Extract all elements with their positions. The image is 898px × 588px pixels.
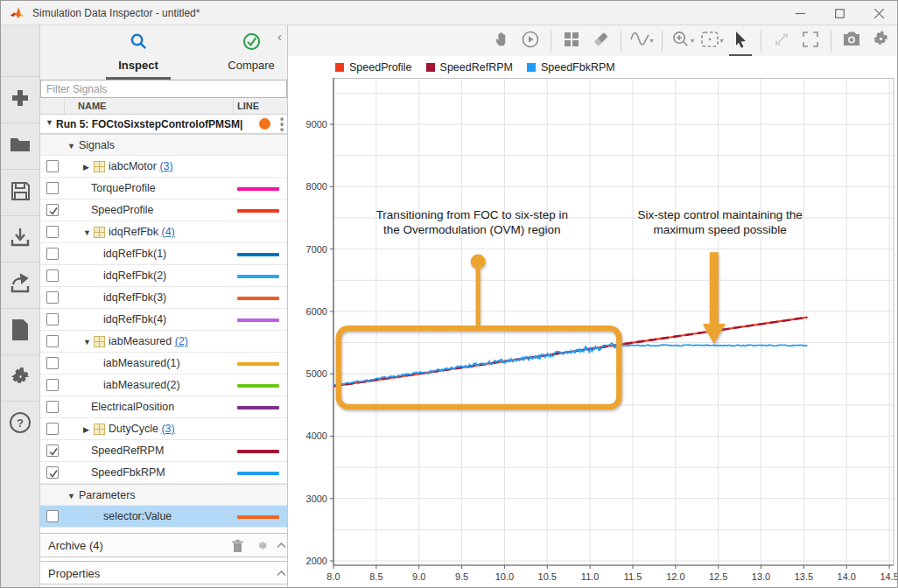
signal-count-link[interactable]: (2) <box>175 335 188 347</box>
signal-checkbox[interactable] <box>46 291 59 304</box>
subplot-layout-button[interactable] <box>560 30 583 52</box>
line-style-swatch[interactable] <box>237 297 279 300</box>
replay-button[interactable] <box>519 30 542 52</box>
zoom-region-button[interactable]: ▾ <box>700 30 723 52</box>
signal-row-idqreffbk[interactable]: ▼idqRefFbk (4) <box>40 221 287 243</box>
run-row[interactable]: ▼ Run 5: FOCtoSixstepControlofPMSM| ••• <box>40 115 287 134</box>
snapshot-camera-button[interactable] <box>840 30 863 52</box>
preferences-button[interactable] <box>1 354 39 401</box>
save-button[interactable] <box>1 169 39 215</box>
line-style-swatch[interactable] <box>237 384 279 388</box>
collapse-properties-icon[interactable] <box>277 570 286 577</box>
fullscreen-button[interactable] <box>799 30 822 52</box>
signal-checkbox[interactable] <box>46 466 59 479</box>
line-style-swatch[interactable] <box>237 515 279 519</box>
line-style-swatch[interactable] <box>237 362 279 366</box>
signal-checkbox[interactable] <box>46 270 59 282</box>
collapse-archive-icon[interactable] <box>277 542 286 549</box>
open-folder-button[interactable] <box>1 122 39 169</box>
archive-settings-gear-icon[interactable] <box>256 539 269 552</box>
signal-row-iabmeasured-2-[interactable]: iabMeasured(2) <box>40 374 287 396</box>
line-style-swatch[interactable] <box>237 406 279 410</box>
expand-collapse-icon[interactable]: ▼ <box>83 338 91 346</box>
signal-checkbox[interactable] <box>46 182 59 194</box>
line-style-swatch[interactable] <box>237 472 279 475</box>
maximize-button[interactable] <box>820 1 859 25</box>
add-button[interactable] <box>1 76 39 122</box>
signal-checkbox[interactable] <box>46 335 59 347</box>
expand--icon[interactable]: ▶ <box>83 163 89 172</box>
signal-row-speedprofile[interactable]: SpeedProfile <box>40 200 287 221</box>
signal-row-iabcmotor[interactable]: ▶iabcMotor (3) <box>40 156 287 178</box>
tab-inspect[interactable]: Inspect <box>90 32 186 72</box>
line-style-swatch[interactable] <box>237 209 279 213</box>
signal-row-selector-value[interactable]: selector:Value <box>40 506 287 528</box>
signal-row-signals[interactable]: ▼Signals <box>40 134 287 156</box>
signal-row-speedrefrpm[interactable]: SpeedRefRPM <box>40 440 287 462</box>
properties-bar[interactable]: Properties <box>40 561 287 584</box>
annotation-pin-head[interactable] <box>471 254 486 269</box>
expand-collapse-icon[interactable]: ▼ <box>67 142 75 150</box>
tab-compare[interactable]: Compare <box>203 32 299 72</box>
legend-item-speedrefrpm[interactable]: SpeedRefRPM <box>426 61 513 74</box>
signal-row-idqreffbk-4-[interactable]: idqRefFbk(4) <box>40 309 287 331</box>
signal-row-dutycycle[interactable]: ▶DutyCycle (3) <box>40 418 287 440</box>
eraser-button[interactable] <box>589 30 612 52</box>
signal-checkbox[interactable] <box>46 510 59 522</box>
signal-checkbox[interactable] <box>46 444 59 457</box>
fit-to-view-button[interactable] <box>770 30 793 52</box>
signal-row-idqreffbk-2-[interactable]: idqRefFbk(2) <box>40 265 287 287</box>
dropdown-caret-icon[interactable]: ▾ <box>650 37 654 45</box>
archive-bar[interactable]: Archive (4) <box>40 533 287 557</box>
filter-signals-input[interactable] <box>40 80 287 98</box>
signal-row-speedfbkrpm[interactable]: SpeedFbkRPM <box>40 462 287 484</box>
signal-row-idqreffbk-3-[interactable]: idqRefFbk(3) <box>40 287 287 309</box>
signal-checkbox[interactable] <box>46 423 59 435</box>
line-style-swatch[interactable] <box>237 253 279 256</box>
settings-gear-button[interactable] <box>869 30 892 52</box>
cursor-arrow-button[interactable] <box>729 30 752 52</box>
signal-count-link[interactable]: (3) <box>159 160 172 172</box>
zoom-in-button[interactable]: ▾ <box>671 30 694 52</box>
signal-row-idqreffbk-1-[interactable]: idqRefFbk(1) <box>40 243 287 265</box>
signal-checkbox[interactable] <box>46 379 59 391</box>
dropdown-caret-icon[interactable]: ▾ <box>720 37 724 45</box>
signal-row-parameters[interactable]: ▼Parameters <box>40 484 287 506</box>
signal-wave-button[interactable]: ▾ <box>630 30 653 52</box>
signal-checkbox[interactable] <box>46 357 59 369</box>
collapse-panel-icon[interactable]: ‹ <box>277 31 282 43</box>
pan-hand-button[interactable] <box>490 30 513 52</box>
signal-count-link[interactable]: (4) <box>161 226 174 238</box>
signal-checkbox[interactable] <box>46 401 59 413</box>
line-style-swatch[interactable] <box>237 275 279 278</box>
signal-checkbox[interactable] <box>46 204 59 216</box>
line-style-swatch[interactable] <box>237 450 279 453</box>
minimize-button[interactable] <box>781 1 820 25</box>
import-button[interactable] <box>1 215 39 262</box>
signal-row-iabmeasured[interactable]: ▼iabMeasured (2) <box>40 331 287 353</box>
legend-item-speedfbkrpm[interactable]: SpeedFbkRPM <box>527 61 615 74</box>
report-button[interactable] <box>1 308 39 354</box>
line-style-swatch[interactable] <box>237 187 279 191</box>
signal-checkbox[interactable] <box>46 160 59 172</box>
signal-checkbox[interactable] <box>46 248 59 260</box>
trash-icon[interactable] <box>231 539 244 553</box>
signal-checkbox[interactable] <box>46 226 59 238</box>
dropdown-caret-icon[interactable]: ▾ <box>691 37 694 45</box>
run-menu-icon[interactable]: ••• <box>277 116 286 132</box>
collapse-run-icon[interactable]: ▼ <box>46 118 53 127</box>
signal-count-link[interactable]: (3) <box>161 423 174 435</box>
line-style-swatch[interactable] <box>237 318 279 322</box>
expand-collapse-icon[interactable]: ▼ <box>83 228 91 237</box>
signal-row-electricalposition[interactable]: ElectricalPosition <box>40 396 287 418</box>
signal-row-iabmeasured-1-[interactable]: iabMeasured(1) <box>40 353 287 374</box>
help-button[interactable]: ? <box>1 401 39 447</box>
legend-item-speedprofile[interactable]: SpeedProfile <box>335 61 412 74</box>
expand-collapse-icon[interactable]: ▼ <box>67 492 75 500</box>
signal-checkbox[interactable] <box>46 313 59 326</box>
plot-area[interactable]: 8.08.59.09.510.010.511.011.512.012.513.0… <box>288 78 898 588</box>
export-button[interactable] <box>1 262 39 308</box>
close-button[interactable] <box>859 1 898 25</box>
expand--icon[interactable]: ▶ <box>83 425 89 434</box>
signal-row-torqueprofile[interactable]: TorqueProfile <box>40 178 287 200</box>
